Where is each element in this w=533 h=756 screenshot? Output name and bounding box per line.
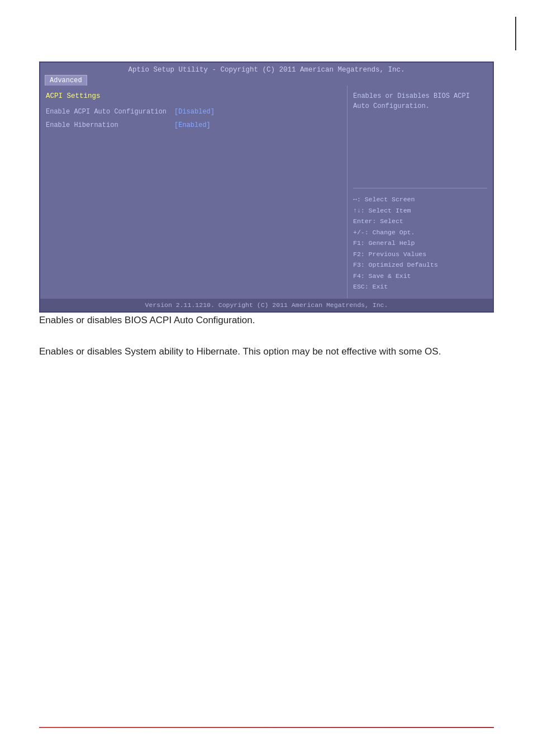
- tab-advanced[interactable]: Advanced: [45, 75, 87, 86]
- bios-section-title: ACPI Settings: [46, 92, 341, 100]
- description-block: Enables or disables BIOS ACPI Auto Confi…: [39, 313, 494, 375]
- bios-tab-bar: Advanced: [40, 74, 493, 86]
- top-bar-decoration: [515, 17, 516, 50]
- bios-right-panel: Enables or Disables BIOS ACPI Auto Confi…: [348, 86, 493, 298]
- bios-item-acpi-config-value: [Disabled]: [174, 108, 215, 116]
- bios-window: Aptio Setup Utility - Copyright (C) 2011…: [39, 62, 494, 313]
- bottom-line: [39, 727, 494, 728]
- bios-header-title: Aptio Setup Utility - Copyright (C) 2011…: [40, 66, 493, 74]
- keybind-item: ↔: Select Screen: [353, 194, 487, 205]
- desc-text-2: Enables or disables System ability to Hi…: [39, 344, 494, 359]
- keybind-item: Enter: Select: [353, 216, 487, 227]
- bios-body: ACPI Settings Enable ACPI Auto Configura…: [40, 86, 493, 298]
- bios-item-acpi-config[interactable]: Enable ACPI Auto Configuration [Disabled…: [46, 108, 341, 116]
- desc-text-1: Enables or disables BIOS ACPI Auto Confi…: [39, 313, 494, 328]
- keybind-item: F1: General Help: [353, 238, 487, 249]
- keybind-item: F3: Optimized Defaults: [353, 259, 487, 271]
- bios-keybinds: ↔: Select Screen↑↓: Select ItemEnter: Se…: [353, 194, 487, 292]
- keybind-item: F2: Previous Values: [353, 249, 487, 260]
- keybind-item: F4: Save & Exit: [353, 271, 487, 282]
- bios-item-hibernation-label: Enable Hibernation: [46, 121, 169, 129]
- keybind-item: +/-: Change Opt.: [353, 227, 487, 238]
- bios-header: Aptio Setup Utility - Copyright (C) 2011…: [40, 63, 493, 74]
- bios-left-panel: ACPI Settings Enable ACPI Auto Configura…: [40, 86, 348, 298]
- bios-item-hibernation-value: [Enabled]: [174, 121, 211, 129]
- keybind-item: ↑↓: Select Item: [353, 205, 487, 216]
- keybind-item: ESC: Exit: [353, 281, 487, 292]
- bios-divider: [353, 188, 487, 188]
- bios-item-acpi-config-label: Enable ACPI Auto Configuration: [46, 108, 169, 116]
- bios-footer: Version 2.11.1210. Copyright (C) 2011 Am…: [40, 298, 493, 311]
- bios-help-text: Enables or Disables BIOS ACPI Auto Confi…: [353, 91, 487, 182]
- bios-item-hibernation[interactable]: Enable Hibernation [Enabled]: [46, 121, 341, 129]
